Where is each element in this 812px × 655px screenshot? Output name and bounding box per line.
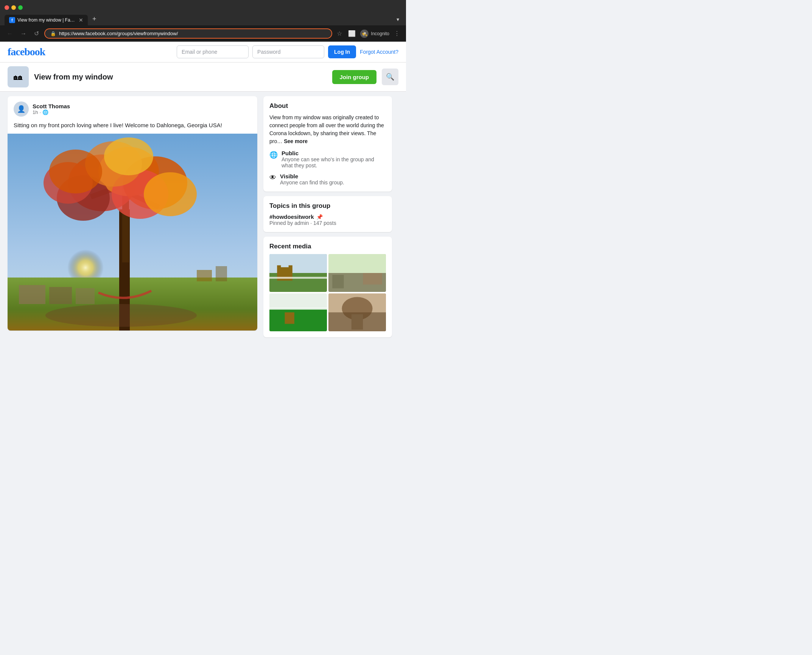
post-time: 1h: [33, 109, 38, 115]
tab-list-button[interactable]: ▾: [394, 14, 401, 25]
svg-rect-4: [216, 266, 227, 281]
visible-title: Visible: [280, 173, 344, 179]
login-button[interactable]: Log In: [328, 45, 356, 58]
incognito-label: Incognito: [371, 31, 389, 36]
public-info: 🌐 Public Anyone can see who's in the gro…: [269, 150, 386, 168]
about-card: About View from my window was originally…: [263, 96, 392, 192]
svg-rect-20: [19, 285, 45, 304]
pin-icon: 📌: [316, 214, 323, 220]
incognito-icon: 🕵: [360, 30, 369, 38]
svg-rect-34: [285, 312, 294, 324]
post-card: 👤 Scott Thomas 1h · 🌐 Sitting on my fron…: [8, 96, 257, 331]
tab-close-button[interactable]: ✕: [79, 17, 83, 23]
about-title: About: [269, 102, 386, 110]
svg-point-19: [45, 304, 197, 327]
topic-item: #howdoesitwork 📌 Pinned by admin · 147 p…: [269, 214, 386, 226]
post-meta: 1h · 🌐: [33, 109, 70, 115]
post-user-info: Scott Thomas 1h · 🌐: [33, 103, 70, 115]
topic-meta: Pinned by admin · 147 posts: [269, 220, 386, 226]
about-text: View from my window was originally creat…: [269, 114, 386, 145]
back-button[interactable]: ←: [5, 29, 15, 39]
recent-media-grid: [269, 254, 386, 331]
browser-menu-button[interactable]: ⋮: [392, 28, 401, 39]
topics-card: Topics in this group #howdoesitwork 📌 Pi…: [263, 196, 392, 232]
group-search-button[interactable]: 🔍: [382, 69, 398, 85]
password-input[interactable]: [252, 45, 324, 58]
public-icon: 🌐: [269, 151, 278, 159]
visible-icon: 👁: [269, 174, 276, 182]
post-header: 👤 Scott Thomas 1h · 🌐: [8, 96, 257, 120]
recent-media-card: Recent media: [263, 237, 392, 337]
address-bar[interactable]: 🔒: [44, 28, 332, 39]
email-input[interactable]: [177, 45, 249, 58]
group-header: 🏘 View from my window Join group 🔍: [0, 62, 406, 92]
incognito-badge: 🕵 Incognito: [360, 30, 389, 38]
post-author-name[interactable]: Scott Thomas: [33, 103, 70, 109]
group-name: View from my window: [34, 73, 327, 81]
see-more-link[interactable]: See more: [284, 138, 308, 144]
visible-info: 👁 Visible Anyone can find this group.: [269, 173, 386, 186]
post-image-svg: [8, 134, 257, 331]
browser-chrome: f View from my window | Facebo ✕ + ▾: [0, 0, 406, 25]
svg-rect-21: [49, 287, 72, 304]
split-view-button[interactable]: ⬜: [347, 28, 357, 39]
post-image-inner: [8, 134, 257, 331]
media-thumb-3[interactable]: [269, 293, 327, 331]
svg-rect-22: [76, 288, 95, 304]
main-content: 👤 Scott Thomas 1h · 🌐 Sitting on my fron…: [0, 92, 406, 395]
toolbar-actions: ☆ ⬜ 🕵 Incognito ⋮: [335, 28, 401, 39]
tab-title: View from my window | Facebo: [17, 17, 76, 23]
svg-rect-35: [269, 308, 327, 310]
media-thumb-1[interactable]: [269, 254, 327, 292]
avatar: 👤: [14, 101, 29, 117]
svg-point-18: [49, 150, 102, 193]
svg-point-17: [104, 137, 153, 175]
post-text: Sitting on my front porch loving where I…: [8, 120, 257, 134]
active-tab[interactable]: f View from my window | Facebo ✕: [5, 15, 88, 25]
visible-desc: Anyone can find this group.: [280, 179, 344, 186]
svg-rect-3: [197, 270, 212, 281]
svg-rect-30: [332, 275, 344, 288]
bookmark-button[interactable]: ☆: [335, 28, 344, 39]
browser-tab-bar: f View from my window | Facebo ✕ + ▾: [5, 13, 401, 25]
feed-column: 👤 Scott Thomas 1h · 🌐 Sitting on my fron…: [8, 96, 257, 390]
close-window-button[interactable]: [5, 5, 9, 10]
forgot-account-link[interactable]: Forgot Account?: [360, 49, 398, 55]
separator: ·: [39, 109, 41, 115]
svg-rect-27: [269, 277, 327, 279]
topic-hashtag[interactable]: #howdoesitwork 📌: [269, 214, 386, 220]
facebook-logo: facebook: [8, 46, 45, 58]
join-group-button[interactable]: Join group: [332, 70, 377, 84]
privacy-icon: 🌐: [42, 109, 48, 115]
public-desc: Anyone can see who's in the group and wh…: [282, 156, 386, 168]
topics-title: Topics in this group: [269, 202, 386, 210]
sidebar: About View from my window was originally…: [263, 96, 392, 390]
svg-rect-33: [269, 309, 327, 331]
group-icon: 🏘: [8, 66, 29, 87]
post-image: [8, 134, 257, 331]
new-tab-button[interactable]: +: [89, 13, 100, 25]
tab-favicon: f: [9, 17, 15, 23]
public-title: Public: [282, 150, 386, 156]
media-thumb-4[interactable]: [328, 293, 386, 331]
svg-rect-31: [363, 273, 382, 284]
maximize-window-button[interactable]: [18, 5, 23, 10]
reload-button[interactable]: ↺: [32, 28, 41, 39]
svg-point-15: [144, 172, 197, 216]
forward-button[interactable]: →: [18, 29, 29, 39]
facebook-header: facebook Log In Forgot Account?: [0, 42, 406, 62]
login-form: Log In Forgot Account?: [177, 45, 398, 58]
svg-rect-26: [281, 262, 288, 267]
recent-media-title: Recent media: [269, 243, 386, 250]
lock-icon: 🔒: [50, 31, 56, 36]
svg-rect-39: [352, 314, 363, 330]
media-thumb-2[interactable]: [328, 254, 386, 292]
traffic-lights: [5, 3, 401, 13]
url-input[interactable]: [59, 31, 326, 36]
browser-toolbar: ← → ↺ 🔒 ☆ ⬜ 🕵 Incognito ⋮: [0, 25, 406, 42]
minimize-window-button[interactable]: [11, 5, 16, 10]
search-icon: 🔍: [386, 73, 394, 81]
